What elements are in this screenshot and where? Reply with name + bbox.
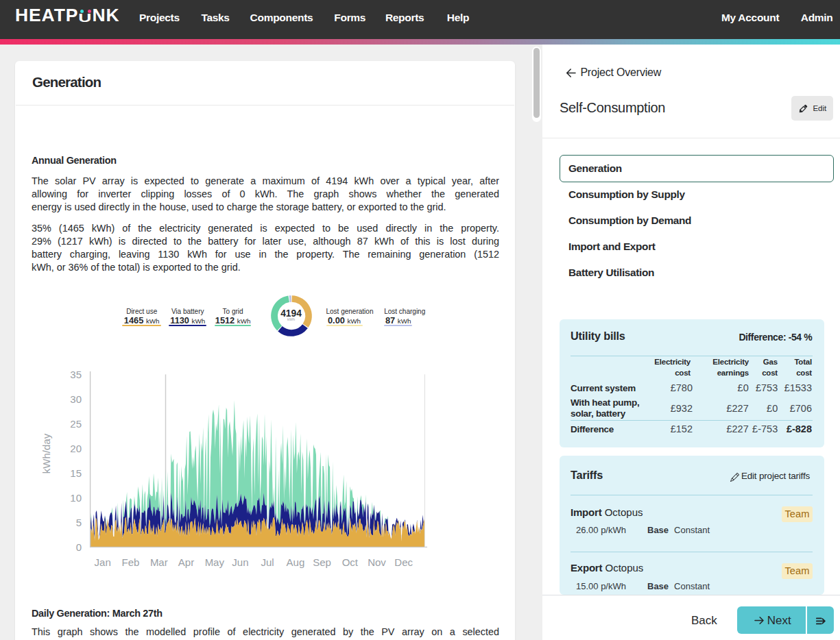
svg-text:Jul: Jul bbox=[261, 556, 274, 568]
svg-text:Sep: Sep bbox=[313, 556, 331, 568]
svg-text:0: 0 bbox=[76, 541, 82, 553]
svg-text:kWh/day: kWh/day bbox=[40, 433, 52, 473]
svg-text:Jun: Jun bbox=[232, 556, 248, 568]
svg-text:10: 10 bbox=[70, 492, 82, 504]
svg-text:Mar: Mar bbox=[150, 556, 168, 568]
svg-text:5: 5 bbox=[76, 517, 82, 528]
svg-text:25: 25 bbox=[70, 418, 82, 430]
svg-text:May: May bbox=[205, 556, 225, 568]
svg-text:35: 35 bbox=[70, 369, 82, 380]
svg-text:20: 20 bbox=[70, 443, 82, 454]
svg-text:Apr: Apr bbox=[178, 556, 194, 568]
svg-text:Aug: Aug bbox=[287, 556, 305, 568]
svg-text:15: 15 bbox=[70, 467, 82, 479]
svg-text:Jan: Jan bbox=[95, 556, 111, 568]
svg-text:Nov: Nov bbox=[368, 556, 386, 568]
svg-text:Feb: Feb bbox=[122, 556, 140, 568]
svg-text:30: 30 bbox=[70, 393, 82, 405]
svg-text:Dec: Dec bbox=[394, 556, 413, 568]
svg-text:Oct: Oct bbox=[342, 556, 359, 568]
